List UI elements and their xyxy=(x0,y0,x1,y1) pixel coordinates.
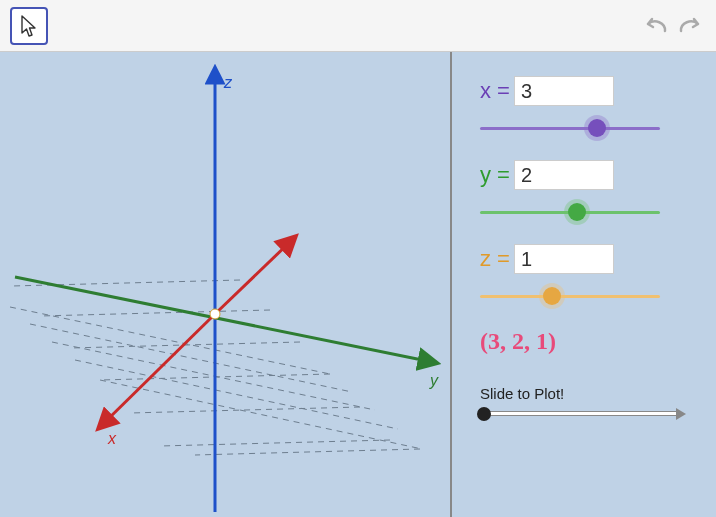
x-slider-track xyxy=(480,127,660,130)
svg-line-9 xyxy=(40,310,270,316)
main-area: z y x x = y = z = (3, 2, xyxy=(0,52,716,517)
y-label: y = xyxy=(480,162,510,188)
3d-scene xyxy=(0,52,452,517)
z-slider-thumb[interactable] xyxy=(543,287,561,305)
y-axis-label: y xyxy=(430,372,438,390)
y-slider-thumb[interactable] xyxy=(568,203,586,221)
pointer-icon xyxy=(19,14,39,38)
undo-redo-group xyxy=(640,10,706,42)
x-slider[interactable] xyxy=(480,118,660,138)
plot-slider[interactable] xyxy=(480,404,680,424)
z-input[interactable] xyxy=(514,244,614,274)
controls-panel: x = y = z = (3, 2, 1) Slide to Plot! xyxy=(452,52,716,517)
z-param-row: z = xyxy=(480,244,696,274)
y-slider[interactable] xyxy=(480,202,660,222)
z-slider[interactable] xyxy=(480,286,660,306)
toolbar xyxy=(0,0,716,52)
z-slider-track xyxy=(480,295,660,298)
svg-line-1 xyxy=(30,324,352,392)
point-coordinates: (3, 2, 1) xyxy=(480,328,696,355)
svg-line-11 xyxy=(195,449,420,455)
x-input[interactable] xyxy=(514,76,614,106)
y-param-row: y = xyxy=(480,160,696,190)
redo-icon xyxy=(677,15,703,37)
y-input[interactable] xyxy=(514,160,614,190)
svg-line-4 xyxy=(100,380,422,449)
x-param-row: x = xyxy=(480,76,696,106)
3d-viewport[interactable]: z y x xyxy=(0,52,452,517)
z-label: z = xyxy=(480,246,510,272)
svg-line-13 xyxy=(15,277,432,362)
plot-slider-thumb[interactable] xyxy=(477,407,491,421)
undo-button[interactable] xyxy=(640,10,672,42)
undo-icon xyxy=(643,15,669,37)
pointer-tool-button[interactable] xyxy=(10,7,48,45)
svg-line-8 xyxy=(160,440,390,446)
redo-button[interactable] xyxy=(674,10,706,42)
svg-line-15 xyxy=(215,240,292,314)
z-axis-label: z xyxy=(224,74,232,92)
svg-line-7 xyxy=(130,407,360,413)
arrow-right-icon xyxy=(676,408,686,420)
svg-line-3 xyxy=(75,360,398,429)
plot-slider-label: Slide to Plot! xyxy=(480,385,696,402)
svg-point-16 xyxy=(210,309,220,319)
x-axis-label: x xyxy=(108,430,116,448)
x-slider-thumb[interactable] xyxy=(588,119,606,137)
svg-line-0 xyxy=(10,307,330,374)
plot-slider-track xyxy=(480,411,680,416)
x-label: x = xyxy=(480,78,510,104)
